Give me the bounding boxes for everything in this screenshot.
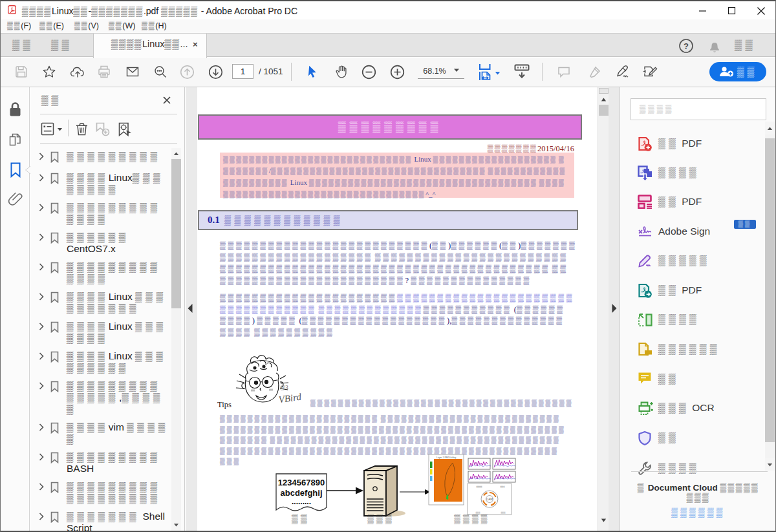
svg-text:CAM: CAM: [486, 498, 493, 501]
svg-text:▒▒▒: ▒▒▒: [501, 485, 506, 488]
svg-text:abcdefghij: abcdefghij: [280, 488, 322, 498]
svg-text:@3: @3: [280, 384, 288, 390]
svg-text:?: ?: [684, 41, 689, 51]
svg-text:VBird: VBird: [279, 392, 302, 405]
svg-text:▒▒▒▒: ▒▒▒▒: [476, 485, 482, 488]
svg-text:1234567890: 1234567890: [278, 478, 325, 487]
svg-text:.........: .........: [292, 497, 311, 506]
svg-text:Layer 1 PM10 t/day: Layer 1 PM10 t/day: [436, 456, 457, 459]
svg-text:▒▒▒: ▒▒▒: [501, 511, 506, 514]
